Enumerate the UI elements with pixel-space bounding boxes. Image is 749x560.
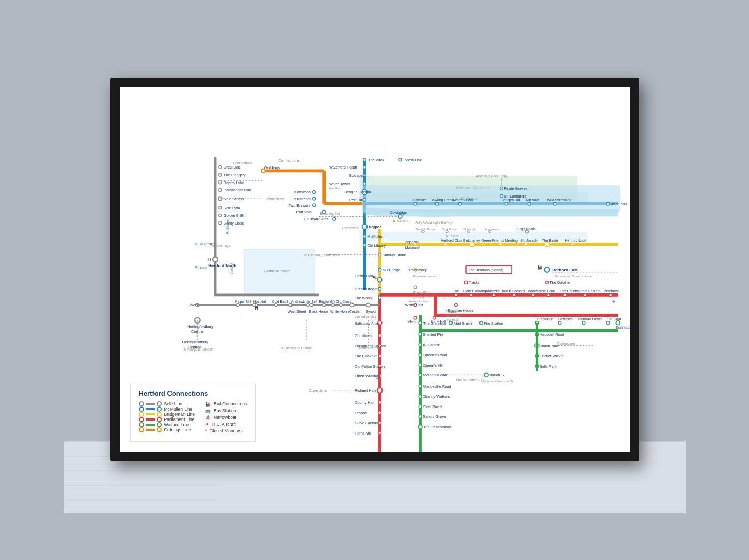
svg-point-149 [464, 281, 468, 284]
svg-text:Water Tower: Water Tower [329, 181, 350, 186]
svg-point-60 [363, 166, 366, 169]
svg-text:R. Beane: R. Beane [225, 219, 229, 234]
svg-text:Sailors Grove: Sailors Grove [422, 414, 445, 419]
svg-point-96 [505, 202, 508, 205]
legend-title: Hertford Connections [139, 389, 247, 397]
svg-text:Gaol: Gaol [547, 289, 555, 293]
svg-point-69 [312, 197, 315, 200]
svg-point-106 [398, 214, 402, 218]
svg-text:Flower Pot: Flower Pot [413, 291, 429, 295]
svg-text:Lonely Oak: Lonely Oak [402, 158, 421, 162]
svg-text:Pinehurst: Pinehurst [603, 289, 618, 293]
svg-text:To Hartford, Connecticut: To Hartford, Connecticut [304, 253, 340, 257]
svg-point-111 [363, 244, 366, 247]
svg-text:Pedestrian access: Pedestrian access [413, 275, 437, 278]
scene: Hartham Common R. Beane R. Lea R. Mimram… [64, 47, 686, 513]
svg-point-255 [378, 401, 381, 404]
svg-point-133 [524, 243, 527, 246]
svg-text:Budapest: Budapest [349, 173, 365, 178]
svg-text:Liable to flood: Liable to flood [264, 269, 289, 273]
svg-point-120 [488, 230, 491, 233]
svg-text:Wild Swimming: Wild Swimming [547, 198, 571, 202]
svg-text:Bluecoats: Bluecoats [509, 289, 525, 293]
svg-text:Warren Park: Warren Park [453, 198, 473, 202]
svg-point-257 [378, 411, 381, 414]
svg-text:Great Eastern: Great Eastern [578, 289, 601, 293]
svg-point-290 [419, 415, 422, 418]
svg-point-288 [419, 405, 422, 408]
svg-point-212 [339, 304, 342, 307]
svg-point-269 [419, 333, 422, 336]
legend-goldings: Goldings Line [139, 427, 195, 432]
svg-point-234 [433, 316, 436, 319]
svg-point-204 [274, 304, 277, 307]
svg-point-56 [363, 158, 366, 161]
svg-text:Hertford East: Hertford East [552, 268, 578, 272]
svg-text:Fire Station: Fire Station [484, 321, 503, 326]
svg-text:Master's House: Master's House [486, 289, 511, 293]
svg-text:Synod: Synod [365, 310, 376, 314]
svg-point-261 [378, 431, 381, 435]
svg-text:Castle: Castle [349, 310, 360, 313]
svg-text:Duck Race: Duck Race [442, 228, 457, 231]
svg-text:Elbert Wurlings: Elbert Wurlings [354, 374, 380, 379]
svg-point-88 [500, 194, 503, 198]
svg-point-152 [377, 278, 381, 282]
svg-point-210 [322, 304, 326, 307]
svg-text:Zeppelin: Zeppelin [405, 240, 418, 244]
svg-text:The County: The County [559, 289, 578, 293]
svg-point-184 [563, 293, 566, 297]
svg-point-170 [545, 281, 548, 284]
svg-text:Osprey Lake: Osprey Lake [223, 181, 244, 185]
svg-text:Hartham: Hartham [413, 198, 426, 202]
svg-text:All Saints': All Saints' [422, 343, 440, 347]
svg-text:Bowling Green: Bowling Green [430, 198, 454, 202]
svg-text:Castle Hall: Castle Hall [354, 274, 373, 278]
svg-text:Station 17: Station 17 [488, 373, 504, 377]
svg-point-174 [469, 293, 472, 297]
svg-point-52 [261, 169, 265, 173]
svg-text:Salisbury Arms: Salisbury Arms [354, 321, 379, 326]
svg-text:Goldings: Goldings [264, 165, 280, 170]
svg-text:Connections: Connections [308, 389, 327, 393]
svg-text:Sele Farm: Sele Farm [223, 206, 240, 210]
svg-text:Port Vale: Port Vale [296, 209, 312, 214]
svg-point-300 [606, 321, 609, 325]
svg-text:Central: Central [188, 345, 201, 349]
svg-text:Owl: Owl [453, 289, 459, 293]
svg-text:Cold Bath: Cold Bath [272, 300, 287, 303]
svg-text:Beeching Cut: Beeching Cut [320, 212, 340, 216]
svg-point-40 [218, 206, 221, 209]
svg-point-137 [571, 243, 574, 246]
svg-point-75 [332, 217, 335, 220]
svg-text:Granny Walkers: Granny Walkers [422, 394, 450, 399]
svg-text:Christine's: Christine's [354, 333, 372, 338]
svg-text:No access to Leahoe: No access to Leahoe [281, 346, 312, 350]
svg-point-263 [419, 321, 422, 325]
svg-point-82 [362, 224, 367, 229]
svg-point-298 [582, 321, 585, 325]
svg-text:(Concealed: (Concealed [444, 314, 461, 318]
legend-parliament: Parliament Line [139, 417, 195, 422]
legend-sele: Sele Line [139, 401, 195, 407]
svg-text:Path to Station 17: Path to Station 17 [456, 378, 482, 382]
svg-text:The Dolphin: The Dolphin [549, 280, 570, 285]
svg-text:Overground: Overground [342, 226, 359, 230]
svg-text:Hertford Heath: Hertford Heath [578, 317, 602, 321]
svg-point-186 [583, 293, 586, 297]
svg-text:St. Joseph: St. Joseph [520, 239, 537, 243]
svg-text:Brothership: Brothership [407, 268, 427, 272]
svg-text:Cecil Road: Cecil Road [422, 404, 441, 409]
svg-point-143 [378, 268, 381, 271]
svg-point-215 [288, 304, 291, 307]
svg-point-208 [306, 304, 309, 307]
svg-text:Connections: Connections [557, 342, 575, 345]
svg-text:Bengeo Hall: Bengeo Hall [501, 198, 521, 202]
svg-point-286 [419, 395, 422, 398]
svg-text:Morgan's Walk: Morgan's Walk [422, 373, 447, 377]
svg-point-90 [414, 202, 417, 205]
svg-text:Foxholes: Foxholes [558, 317, 572, 321]
svg-text:Sherbet Pip: Sherbet Pip [422, 332, 442, 337]
svg-point-267 [479, 321, 483, 325]
svg-point-48 [213, 257, 218, 262]
